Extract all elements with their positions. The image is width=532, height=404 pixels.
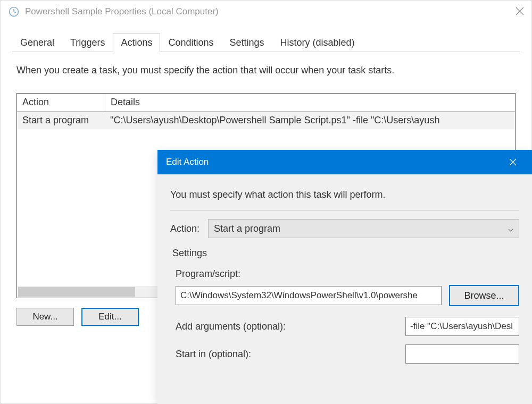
action-label: Action: <box>170 223 200 234</box>
tab-triggers[interactable]: Triggers <box>62 33 113 52</box>
browse-button[interactable]: Browse... <box>449 285 519 306</box>
col-details[interactable]: Details <box>105 94 515 111</box>
parent-title: Powershell Sample Properties (Local Comp… <box>25 6 516 17</box>
program-input[interactable] <box>176 286 442 305</box>
edit-button[interactable]: Edit... <box>81 308 139 326</box>
col-action[interactable]: Action <box>17 94 105 111</box>
cell-details: "C:\Users\ayush\Desktop\Powershell Sampl… <box>105 112 515 129</box>
table-row[interactable]: Start a program "C:\Users\ayush\Desktop\… <box>17 112 515 129</box>
scrollbar-thumb[interactable] <box>18 287 135 297</box>
clock-icon <box>8 6 20 18</box>
child-title: Edit Action <box>166 157 502 167</box>
new-button[interactable]: New... <box>16 308 74 326</box>
tab-general[interactable]: General <box>12 33 62 52</box>
tab-history[interactable]: History (disabled) <box>272 33 363 52</box>
parent-titlebar: Powershell Sample Properties (Local Comp… <box>1 1 531 23</box>
action-row: Action: Start a program <box>170 219 519 238</box>
startin-row: Start in (optional): <box>176 344 519 364</box>
program-row: Browse... <box>176 285 519 306</box>
child-titlebar: Edit Action <box>157 150 532 174</box>
startin-input[interactable] <box>405 344 519 364</box>
svg-line-2 <box>14 12 16 13</box>
close-icon[interactable] <box>516 6 524 18</box>
table-header: Action Details <box>17 94 515 112</box>
edit-action-dialog: Edit Action You must specify what action… <box>157 150 532 404</box>
tabs: General Triggers Actions Conditions Sett… <box>12 33 520 52</box>
action-value: Start a program <box>214 223 280 234</box>
close-icon[interactable] <box>502 156 523 169</box>
arguments-label: Add arguments (optional): <box>176 321 405 332</box>
arguments-input[interactable] <box>405 317 519 336</box>
startin-label: Start in (optional): <box>176 349 405 360</box>
tabs-container: General Triggers Actions Conditions Sett… <box>1 23 531 52</box>
settings-label: Settings <box>172 248 519 259</box>
prompt: You must specify what action this task w… <box>170 189 519 200</box>
tab-settings[interactable]: Settings <box>222 33 272 52</box>
arguments-row: Add arguments (optional): <box>176 317 519 336</box>
tab-actions[interactable]: Actions <box>113 33 160 52</box>
intro-text: When you create a task, you must specify… <box>1 52 531 86</box>
action-select[interactable]: Start a program <box>208 219 519 238</box>
divider <box>170 210 519 211</box>
tab-conditions[interactable]: Conditions <box>160 33 221 52</box>
settings-block: Program/script: Browse... Add arguments … <box>176 268 519 364</box>
child-body: You must specify what action this task w… <box>157 174 532 364</box>
program-label: Program/script: <box>176 268 519 280</box>
cell-action: Start a program <box>17 112 105 129</box>
chevron-down-icon <box>508 223 513 234</box>
